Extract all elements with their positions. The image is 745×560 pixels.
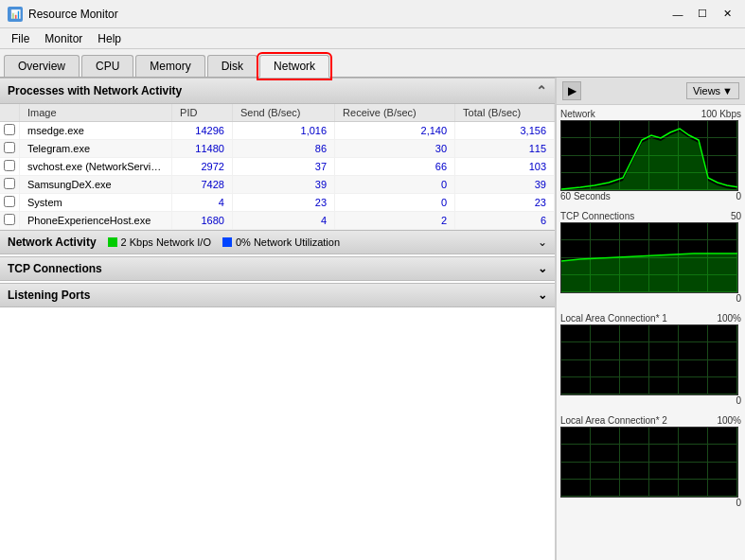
- tcp-title: TCP Connections: [8, 262, 102, 275]
- network-io-info: 2 Kbps Network I/O: [108, 236, 211, 248]
- row-pid-0: 14296: [172, 122, 233, 140]
- app-icon: 📊: [8, 7, 23, 22]
- chart-local2-bottom: 0: [560, 498, 741, 508]
- chart-local1-scale: 100%: [717, 313, 741, 324]
- col-send[interactable]: Send (B/sec): [232, 104, 334, 122]
- processes-section-header[interactable]: Processes with Network Activity ⌃: [0, 78, 555, 104]
- row-image-5: PhoneExperienceHost.exe: [20, 212, 172, 230]
- listening-ports-chevron: ⌄: [538, 289, 547, 302]
- title-bar-left: 📊 Resource Monitor: [8, 7, 118, 22]
- row-pid-5: 1680: [172, 212, 233, 230]
- processes-table: Image PID Send (B/sec) Receive (B/sec) T…: [0, 104, 555, 230]
- row-total-5: 6: [455, 212, 555, 230]
- network-activity-title: Network Activity: [8, 236, 97, 249]
- row-check-2[interactable]: [0, 158, 20, 176]
- chart-network-bottom: 60 Seconds 0: [560, 191, 741, 201]
- process-checkbox-5[interactable]: [4, 214, 15, 225]
- expand-arrow-button[interactable]: ▶: [562, 81, 581, 100]
- process-checkbox-2[interactable]: [4, 160, 15, 171]
- chart-network-svg: [561, 121, 738, 191]
- menu-help[interactable]: Help: [90, 30, 129, 46]
- col-image[interactable]: Image: [20, 104, 172, 122]
- processes-table-header-row: Image PID Send (B/sec) Receive (B/sec) T…: [0, 104, 555, 122]
- col-receive[interactable]: Receive (B/sec): [335, 104, 455, 122]
- chart-local2-grid: [561, 428, 737, 497]
- processes-chevron: ⌃: [536, 83, 547, 98]
- network-activity-chevron: ⌄: [538, 236, 547, 249]
- row-check-5[interactable]: [0, 212, 20, 230]
- row-send-5: 4: [232, 212, 334, 230]
- row-image-2: svchost.exe (NetworkService...: [20, 158, 172, 176]
- processes-title: Processes with Network Activity: [8, 84, 182, 97]
- col-check[interactable]: [0, 104, 20, 122]
- tab-memory[interactable]: Memory: [135, 55, 204, 77]
- network-activity-section[interactable]: Network Activity 2 Kbps Network I/O 0% N…: [0, 230, 555, 254]
- chart-local1-grid: [561, 325, 737, 394]
- row-receive-2: 66: [335, 158, 455, 176]
- window-controls: — ☐ ✕: [667, 4, 737, 25]
- row-check-1[interactable]: [0, 140, 20, 158]
- col-total[interactable]: Total (B/sec): [455, 104, 555, 122]
- row-total-1: 115: [455, 140, 555, 158]
- menu-bar: File Monitor Help: [0, 28, 745, 49]
- row-send-4: 23: [232, 194, 334, 212]
- row-check-3[interactable]: [0, 176, 20, 194]
- tcp-chevron: ⌄: [538, 262, 547, 275]
- table-row: PhoneExperienceHost.exe 1680 4 2 6: [0, 212, 555, 230]
- row-send-2: 37: [232, 158, 334, 176]
- window-title: Resource Monitor: [28, 8, 118, 21]
- legend-blue-icon: [222, 237, 232, 247]
- row-check-4[interactable]: [0, 194, 20, 212]
- chart-tcp-label: TCP Connections 50: [560, 211, 741, 221]
- process-checkbox-1[interactable]: [4, 142, 15, 153]
- tab-network[interactable]: Network: [259, 55, 329, 78]
- row-pid-2: 2972: [172, 158, 233, 176]
- process-checkbox-0[interactable]: [4, 124, 15, 135]
- chart-tcp-bottom-right: 0: [736, 293, 741, 304]
- process-checkbox-4[interactable]: [4, 196, 15, 207]
- minimize-button[interactable]: —: [667, 4, 688, 25]
- processes-table-container: Image PID Send (B/sec) Receive (B/sec) T…: [0, 104, 555, 230]
- main-area: Processes with Network Activity ⌃ Image …: [0, 78, 745, 560]
- tcp-section[interactable]: TCP Connections ⌄: [0, 256, 555, 281]
- chart-tcp-svg: [561, 223, 738, 293]
- row-receive-3: 0: [335, 176, 455, 194]
- chart-tcp-bottom: 0: [560, 293, 741, 304]
- row-send-3: 39: [232, 176, 334, 194]
- chart-network-scale: 100 Kbps: [701, 109, 741, 119]
- tab-overview[interactable]: Overview: [4, 55, 80, 77]
- menu-file[interactable]: File: [4, 30, 37, 46]
- left-panel: Processes with Network Activity ⌃ Image …: [0, 78, 556, 560]
- chart-local2-label: Local Area Connection* 2 100%: [560, 415, 741, 426]
- close-button[interactable]: ✕: [717, 4, 737, 25]
- views-button[interactable]: Views ▼: [686, 82, 739, 99]
- chart-local1-title: Local Area Connection* 1: [560, 313, 667, 324]
- chart-tcp-scale: 50: [731, 211, 741, 221]
- tab-cpu[interactable]: CPU: [81, 55, 133, 77]
- chart-network-bottom-right: 0: [736, 191, 741, 201]
- listening-ports-section[interactable]: Listening Ports ⌄: [0, 283, 555, 307]
- row-check-0[interactable]: [0, 122, 20, 140]
- table-row: System 4 23 0 23: [0, 194, 555, 212]
- col-pid[interactable]: PID: [172, 104, 233, 122]
- svg-marker-1: [561, 254, 738, 293]
- row-pid-3: 7428: [172, 176, 233, 194]
- chart-local1-section: Local Area Connection* 1 100% 0: [557, 309, 745, 411]
- network-activity-left: Network Activity 2 Kbps Network I/O 0% N…: [8, 236, 340, 249]
- process-checkbox-3[interactable]: [4, 178, 15, 189]
- chart-network-section: Network 100 Kbps: [557, 105, 745, 207]
- legend-green-icon: [108, 237, 117, 247]
- title-bar: 📊 Resource Monitor — ☐ ✕: [0, 0, 745, 28]
- row-receive-5: 2: [335, 212, 455, 230]
- chart-local2-section: Local Area Connection* 2 100% 0: [557, 411, 745, 514]
- menu-monitor[interactable]: Monitor: [37, 30, 90, 46]
- table-row: SamsungDeX.exe 7428 39 0 39: [0, 176, 555, 194]
- chart-local2-scale: 100%: [717, 415, 741, 426]
- views-label: Views: [693, 85, 720, 96]
- row-send-1: 86: [232, 140, 334, 158]
- tab-disk[interactable]: Disk: [207, 55, 257, 77]
- right-panel: ▶ Views ▼ Network 100 Kbps: [556, 78, 745, 560]
- chart-network-label: Network 100 Kbps: [560, 109, 741, 119]
- table-row: msedge.exe 14296 1,016 2,140 3,156: [0, 122, 555, 140]
- maximize-button[interactable]: ☐: [692, 4, 713, 25]
